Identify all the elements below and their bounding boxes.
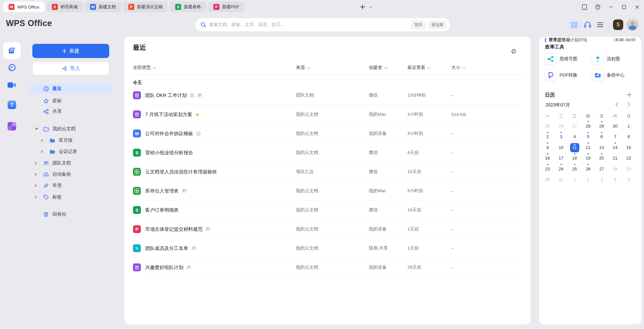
calendar-day[interactable]: 3 xyxy=(554,132,568,142)
expand-triangle-icon[interactable] xyxy=(41,150,43,153)
workspace-box-icon[interactable] xyxy=(595,4,600,10)
calendar-day[interactable]: 16 xyxy=(541,153,554,164)
file-row[interactable]: 团队成员及分工名单 我的云文档 陈旭 共享 1天前 – xyxy=(124,239,531,258)
settings-gear-icon[interactable] xyxy=(510,47,517,55)
collapse-triangle-icon[interactable] xyxy=(35,128,38,130)
calendar-next-button[interactable] xyxy=(626,102,630,107)
sidebar-item-team-docs[interactable]: 团队文档 xyxy=(30,158,113,168)
calendar-prev-button[interactable] xyxy=(616,102,620,107)
tool-backup-center[interactable]: 备份中心 xyxy=(592,69,625,81)
expand-triangle-icon[interactable] xyxy=(41,139,43,142)
calendar-day[interactable]: 20 xyxy=(595,153,608,164)
sidebar-item-shared[interactable]: 共享 xyxy=(30,106,113,117)
app-tab[interactable]: W WPS Office xyxy=(3,2,45,12)
calendar-day[interactable]: 8 xyxy=(622,132,635,142)
calendar-day[interactable]: 9 xyxy=(541,142,554,153)
calendar-day[interactable]: 31 xyxy=(554,174,568,185)
calendar-day[interactable]: 27 xyxy=(595,164,608,174)
search-bar[interactable]: 搜索文档、模板、文库、应用、技巧... 简历 策划案 xyxy=(195,18,450,31)
tool-mindmap[interactable]: 思维导图 xyxy=(545,53,577,65)
calendar-day[interactable]: 6 xyxy=(595,132,608,142)
calendar-day[interactable]: 19 xyxy=(581,153,595,164)
app-tab[interactable]: W 新建文档 xyxy=(85,2,121,12)
calendar-day[interactable]: 28 xyxy=(608,164,622,174)
calendar-day[interactable]: 24 xyxy=(554,164,568,174)
sidebar-item-meeting-notes[interactable]: 会议记录 xyxy=(30,146,113,157)
file-row[interactable]: S 营销小组业绩分析报告 我的云文档 微信 4天前 – xyxy=(124,143,531,162)
search-tag-proposal[interactable]: 策划案 xyxy=(428,20,447,29)
expand-triangle-icon[interactable] xyxy=(35,162,37,165)
calendar-day[interactable]: 3 xyxy=(595,174,608,185)
calendar-day[interactable]: 12 xyxy=(581,142,595,153)
rail-item-apps[interactable] xyxy=(3,119,21,134)
new-tab-button[interactable] xyxy=(360,5,365,9)
calendar-day[interactable]: 1 xyxy=(622,121,635,132)
calendar-day[interactable]: 29 xyxy=(622,164,635,174)
add-event-button[interactable] xyxy=(627,92,632,97)
file-row[interactable]: 7 月线下活动策划方案 ★ 我的云文档 我的Mac 3小时前 514 KB xyxy=(124,105,531,124)
file-row[interactable]: 库存出入管理表 我的云文档 我的Mac 5小时前 – xyxy=(124,181,531,200)
calendar-day[interactable]: 7 xyxy=(608,132,622,142)
calendar-day[interactable]: 25 xyxy=(541,121,554,132)
calendar-day[interactable]: 2 xyxy=(581,174,595,185)
calendar-day[interactable]: 22 xyxy=(622,153,635,164)
calendar-day[interactable]: 30 xyxy=(541,174,554,185)
rail-item-meeting[interactable] xyxy=(3,78,21,92)
app-tab[interactable]: D 稻壳商城 xyxy=(47,2,83,12)
apps-grid-button[interactable] xyxy=(568,19,580,31)
calendar-day[interactable]: 30 xyxy=(608,121,622,132)
calendar-day[interactable]: 2 xyxy=(541,132,554,142)
filter-all-types[interactable]: 全部类型 xyxy=(133,65,156,71)
calendar-day[interactable]: 10 xyxy=(554,142,568,153)
calendar-day[interactable]: 11 xyxy=(568,142,581,153)
file-row[interactable]: 云文档管人员信息统计表理器验收 项目汇总 微信 15天前 – xyxy=(124,162,531,181)
calendar-day[interactable]: 4 xyxy=(568,132,581,142)
sidebar-item-trash[interactable]: 回收站 xyxy=(30,209,113,220)
app-tab[interactable]: S 新建表格 xyxy=(170,2,206,12)
filter-creator[interactable]: 创建者 xyxy=(369,65,387,71)
calendar-day[interactable]: 13 xyxy=(595,142,608,153)
file-row[interactable]: W 公司对外合作协议模板 我的云文档 我的设备 4小时前 – xyxy=(124,124,531,143)
rail-item-docs[interactable] xyxy=(3,42,21,60)
app-tab[interactable]: P 新建PDF xyxy=(208,2,244,12)
file-row[interactable]: P 市场主体登记提交材料规范 我的云文档 我的设备 1天前 – xyxy=(124,220,531,239)
minimize-button[interactable] xyxy=(608,4,614,10)
calendar-day[interactable]: 5 xyxy=(581,132,595,142)
sidebar-item-starred[interactable]: 星标 xyxy=(30,96,113,106)
sidebar-item-tags[interactable]: 标签 xyxy=(30,192,113,202)
calendar-day[interactable]: 26 xyxy=(554,121,568,132)
calendar-day[interactable]: 15 xyxy=(622,142,635,153)
filter-source[interactable]: 来源 xyxy=(296,65,310,71)
calendar-day[interactable]: 5 xyxy=(622,174,635,185)
maximize-button[interactable] xyxy=(621,4,627,10)
search-tag-resume[interactable]: 简历 xyxy=(411,20,426,29)
sidebar-item-my-cloud-docs[interactable]: 我的云文档 xyxy=(30,124,113,134)
calendar-day[interactable]: 18 xyxy=(568,153,581,164)
tool-pdf-convert[interactable]: PDF转换 xyxy=(545,69,577,81)
sidebar-item-recent[interactable]: 最近 xyxy=(30,83,113,94)
user-avatar[interactable] xyxy=(627,19,638,31)
file-row[interactable]: 团队 OKR 工作计划 团队文档 微信 13分钟前 – xyxy=(124,86,531,105)
file-row[interactable]: 兴趣爱好组队计划 我的云文档 我的设备 29天前 – xyxy=(124,258,531,277)
calendar-day[interactable]: 29 xyxy=(595,121,608,132)
global-menu-button[interactable] xyxy=(597,22,603,27)
rail-item-calendar[interactable]: 7 xyxy=(3,98,21,112)
import-button[interactable]: 导入 xyxy=(32,62,109,75)
calendar-day[interactable]: 21 xyxy=(608,153,622,164)
file-row[interactable]: S 客户订单明细表 我的云文档 微信 18天前 – xyxy=(124,200,531,220)
filter-size[interactable]: 大小 xyxy=(451,65,465,71)
support-headset-button[interactable] xyxy=(583,20,592,29)
tab-list-dropdown-icon[interactable] xyxy=(369,5,372,8)
close-button[interactable] xyxy=(634,4,640,10)
calendar-event[interactable]: 新季度学习计划讨论 14:30–16:00 xyxy=(545,37,635,43)
filter-last-viewed[interactable]: 最近查看 xyxy=(407,65,430,71)
expand-triangle-icon[interactable] xyxy=(35,184,37,187)
calendar-day[interactable]: 28 xyxy=(581,121,595,132)
mobile-link-icon[interactable] xyxy=(582,4,587,10)
rail-item-chat[interactable] xyxy=(3,60,21,75)
calendar-day[interactable]: 27 xyxy=(568,121,581,132)
sidebar-item-bimonthly[interactable]: 双月报 xyxy=(30,135,113,146)
calendar-day[interactable]: 17 xyxy=(554,153,568,164)
calendar-day[interactable]: 4 xyxy=(608,174,622,185)
calendar-day[interactable]: 25 xyxy=(568,164,581,174)
